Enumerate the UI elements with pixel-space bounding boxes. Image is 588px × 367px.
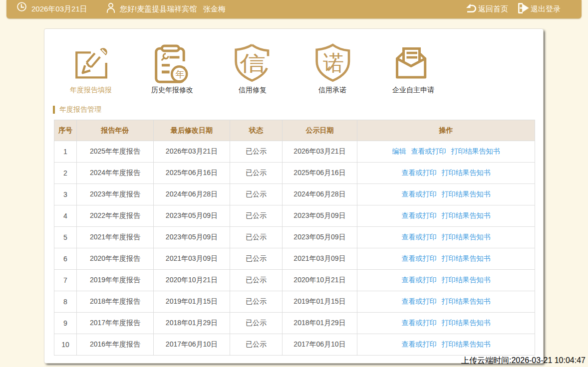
- svg-text:诺: 诺: [323, 51, 344, 75]
- svg-text:信: 信: [240, 51, 266, 74]
- svg-text:年: 年: [176, 69, 185, 79]
